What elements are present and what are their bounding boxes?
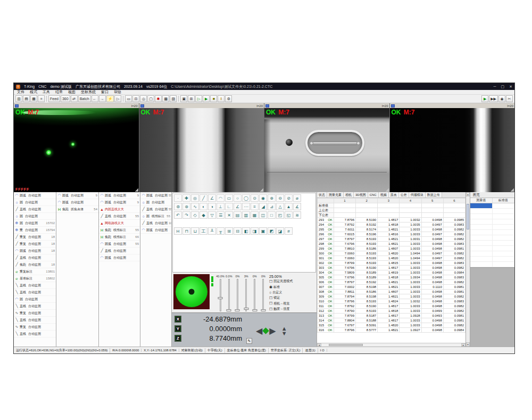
primitive-row[interactable] [470,225,514,230]
element-item[interactable]: ╱直线自动监测55 [99,213,140,220]
table-row[interactable]: 295OK7.60118.51741.48211.00330.04980.098… [318,227,466,232]
checkbox-option-3[interactable]: ☐锁定 [269,295,315,300]
primitive-row[interactable] [470,241,514,246]
table-tab-5[interactable]: 视频 [379,192,389,197]
element-item[interactable]: ╱直线自动监测 [14,254,56,261]
close-button[interactable]: ✕ [509,85,512,89]
fast-forward-icon[interactable]: ▶▶ [489,95,498,102]
primitive-row[interactable] [470,209,514,214]
tool-icon-2-13[interactable]: ◱ [285,211,293,219]
table-row[interactable]: 302OK7.87998.51931.48151.00330.04980.098… [318,261,466,266]
element-item[interactable]: ▲内圆直线太大 [99,206,140,213]
feed-button[interactable]: Feed [48,95,60,102]
jog-down-icon[interactable]: ▼ [281,331,287,336]
scroll-up-icon[interactable]: ▴ [466,192,470,196]
tool-icon-0-10[interactable]: ◉ [259,194,267,202]
table-row[interactable]: 298OK7.67968.51931.48211.00330.04980.098… [318,242,466,246]
tool-icon-1-14[interactable]: ∡ [293,203,301,210]
tool-icon-3-4[interactable]: ╨ [208,227,216,235]
slider-track[interactable] [237,279,238,311]
batch-button[interactable]: Batch [78,95,91,102]
tool-icon-3-7[interactable]: ⊟ [234,227,242,235]
element-item[interactable]: ◠圆自动监测 [14,296,56,303]
radio-option-2[interactable]: ○自定义 [269,290,315,295]
tool-icon-1-0[interactable]: ⊚ [174,203,182,210]
open-file-icon[interactable]: ▤ [23,95,30,102]
element-item[interactable]: ∿重复自动监测 [14,310,56,317]
element-item[interactable]: ╱重复自动监测18 [14,234,56,241]
stop-icon[interactable]: ■ [210,95,217,102]
tool-icon-2-9[interactable]: ▦ [251,211,259,219]
table-tab-0[interactable]: 状态 [317,192,327,197]
menu-item-4[interactable]: 视图 [68,89,76,95]
resize-grip-icon[interactable] [135,188,138,192]
arrow-left-icon[interactable]: ← [92,95,98,102]
element-item[interactable]: ╱重复自动监测18 [14,241,56,248]
tool-icon-1-1[interactable]: ⊛ [182,203,190,210]
tool-icon-3-12[interactable]: ◪ [276,227,284,235]
element-item[interactable]: ⊕重自动监测15794 [14,227,56,234]
camera-capture-icon[interactable]: ◉ [498,95,505,102]
element-item[interactable]: ◠圆弧自动监测18 [14,248,56,254]
scroll-down-icon[interactable]: ▾ [466,342,470,347]
slider-track[interactable] [245,279,247,311]
run-program-icon[interactable]: ▶ [481,95,488,102]
table-row[interactable]: 316OK7.87968.57771.48211.09270.04980.098… [318,328,466,333]
tool-icon-2-12[interactable]: ◰ [276,211,284,219]
menu-item-7[interactable]: 帮助 [114,89,121,95]
table-row[interactable]: 305OK7.67968.51891.48181.09340.04980.098… [318,275,466,280]
tool-icon-0-2[interactable]: ◎ [191,194,199,202]
table-row[interactable]: 293OK7.87968.51901.48171.00320.04980.098… [318,218,466,223]
tool-icon-2-7[interactable]: ▤ [234,211,242,219]
tool-icon-0-4[interactable]: ∠ [208,194,216,202]
table-row[interactable]: 310OK7.87968.51931.48241.00320.04980.098… [318,299,466,304]
primitive-row[interactable] [470,235,514,241]
element-item[interactable]: H焦距线性标注66 [99,234,140,241]
scroll-right-icon[interactable]: ▸ [461,343,466,347]
table-row[interactable]: 309OK7.87948.51981.48211.00330.04980.098… [318,294,466,299]
measure-box-icon[interactable]: ▭ [125,95,132,102]
tool-icon-0-7[interactable]: ○ [234,194,242,202]
table-row[interactable]: 299OK7.88108.51861.48071.00330.04980.098… [318,246,466,251]
maximize-button[interactable]: ▢ [501,85,505,89]
table-row[interactable]: 312OK7.87908.51931.48181.00330.04990.098… [318,309,466,314]
element-item[interactable]: ╱直线自动监测 [99,248,140,254]
tool-icon-3-2[interactable]: ⊔ [191,227,199,235]
table-row[interactable]: 306OK7.87978.51921.48211.00330.04980.098… [318,280,466,285]
tool-icon-2-2[interactable]: ◇ [191,211,199,219]
tool-icon-1-12[interactable]: △ [276,203,284,210]
tool-icon-2-6[interactable]: ✕ [225,211,233,219]
checkbox-option-0[interactable]: ☐固定亮度模式 [269,279,315,284]
tool-icon-3-5[interactable]: ╥ [217,227,225,235]
tool-icon-3-13[interactable]: # [285,227,293,235]
jog-center-icon[interactable] [262,327,269,334]
element-item[interactable]: ⊕圆自动监测15702 [14,220,56,227]
table-tab-8[interactable]: 伺服模块 [409,192,426,197]
list-icon[interactable]: ≡ [38,95,45,102]
tool-icon-0-5[interactable]: ◠ [217,194,225,202]
tool-icon-3-3[interactable]: 工 [200,227,207,235]
element-item[interactable]: ╱直线自动监测 [14,206,56,213]
element-item[interactable]: ◠圆弧自动监测 [140,227,171,234]
element-item[interactable]: ○圆自动监测 [14,213,56,220]
table-row[interactable]: 308OK7.88118.51861.48071.00330.04980.098… [318,290,466,294]
table-tab-4[interactable]: CNC [368,192,379,197]
frame-icon[interactable]: ▢ [147,95,154,102]
radio-option-1[interactable]: ◉标准 [269,285,315,290]
x-axis-icon[interactable]: X [174,316,181,323]
element-item[interactable]: ╲直线自动监测 [14,317,56,324]
menu-item-2[interactable]: 工具 [43,89,50,95]
tool-icon-1-8[interactable]: ⋯ [242,203,250,210]
element-item[interactable]: ╲直线自动监测 [14,289,56,296]
rotate-360-button[interactable]: 360 [61,95,70,102]
element-item[interactable]: H焦距抓焦点体54 [56,206,98,213]
table-tab-1[interactable]: 测量元素 [327,192,344,197]
slider-thumb[interactable] [218,297,223,299]
save-icon[interactable]: ▦ [30,95,37,102]
table-row[interactable]: 311OK7.87928.51901.48171.00330.04980.098… [318,304,466,309]
slider-thumb[interactable] [252,309,257,311]
table-tab-9[interactable]: 数据上传 [426,192,442,197]
primitives-tab[interactable]: 图元 [470,192,514,198]
element-item[interactable]: ∿重复自动监测 [14,324,56,331]
element-item[interactable]: ◠圆弧自动监测9 [56,192,98,199]
